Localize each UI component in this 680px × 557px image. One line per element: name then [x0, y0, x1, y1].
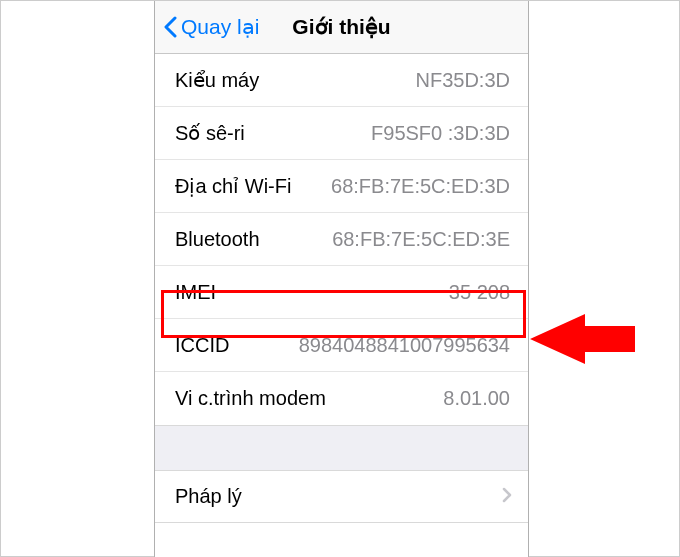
row-value: 35 208 [449, 281, 510, 304]
arrow-annotation [525, 314, 645, 428]
legal-row[interactable]: Pháp lý [155, 470, 528, 523]
svg-marker-0 [530, 314, 635, 364]
row-label: Vi c.trình modem [175, 387, 326, 410]
model-row[interactable]: Kiểu máy NF35D:3D [155, 54, 528, 107]
chevron-right-icon [502, 487, 512, 507]
row-value: 8.01.00 [443, 387, 510, 410]
app-window: Quay lại Giới thiệu Kiểu máy NF35D:3D Số… [0, 0, 680, 557]
row-label: Số sê-ri [175, 121, 245, 145]
serial-row[interactable]: Số sê-ri F95SF0 :3D:3D [155, 107, 528, 160]
page-title: Giới thiệu [292, 15, 390, 39]
modem-firmware-row[interactable]: Vi c.trình modem 8.01.00 [155, 372, 528, 425]
row-value: 68:FB:7E:5C:ED:3D [331, 175, 510, 198]
iccid-row[interactable]: ICCID 8984048841007995634 [155, 319, 528, 372]
imei-row[interactable]: IMEI 35 208 [155, 266, 528, 319]
chevron-left-icon [163, 16, 177, 38]
row-label: Địa chỉ Wi-Fi [175, 174, 291, 198]
row-value: NF35D:3D [416, 69, 510, 92]
row-label: Kiểu máy [175, 68, 259, 92]
settings-list: Kiểu máy NF35D:3D Số sê-ri F95SF0 :3D:3D… [155, 54, 528, 523]
nav-header: Quay lại Giới thiệu [155, 1, 528, 54]
back-button[interactable]: Quay lại [163, 15, 259, 39]
wifi-address-row[interactable]: Địa chỉ Wi-Fi 68:FB:7E:5C:ED:3D [155, 160, 528, 213]
bluetooth-row[interactable]: Bluetooth 68:FB:7E:5C:ED:3E [155, 213, 528, 266]
row-value: 8984048841007995634 [299, 334, 510, 357]
section-spacer [155, 426, 528, 470]
row-label: Bluetooth [175, 228, 260, 251]
row-label: IMEI [175, 281, 216, 304]
row-value: F95SF0 :3D:3D [371, 122, 510, 145]
row-label: ICCID [175, 334, 229, 357]
row-value: 68:FB:7E:5C:ED:3E [332, 228, 510, 251]
phone-screen: Quay lại Giới thiệu Kiểu máy NF35D:3D Số… [154, 1, 529, 557]
row-label: Pháp lý [175, 485, 242, 508]
back-label: Quay lại [181, 15, 259, 39]
info-section: Kiểu máy NF35D:3D Số sê-ri F95SF0 :3D:3D… [155, 54, 528, 426]
